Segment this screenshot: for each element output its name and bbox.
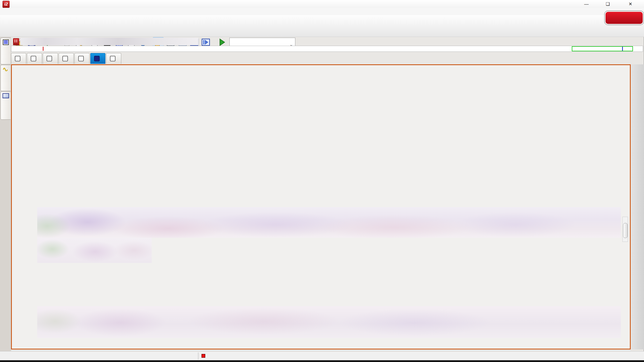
log-file-icon bbox=[13, 38, 19, 45]
window-bottom-edge bbox=[0, 360, 644, 362]
application-window: i2 — ❏ ✕ bbox=[0, 0, 644, 362]
next-lap-icon bbox=[202, 38, 210, 47]
tab-number-badge bbox=[62, 56, 68, 61]
status-bar bbox=[0, 351, 644, 360]
tab-fuel-ign[interactable] bbox=[27, 53, 42, 64]
menu-bar bbox=[0, 8, 644, 15]
tab-spare1[interactable] bbox=[90, 53, 105, 64]
scrollbar-thumb[interactable] bbox=[623, 223, 628, 238]
data-table-icon bbox=[3, 39, 9, 45]
tab-number-badge bbox=[47, 56, 52, 61]
channel-wave-icon bbox=[3, 67, 9, 71]
title-bar: i2 — ❏ ✕ bbox=[0, 0, 644, 8]
motec-logo bbox=[605, 11, 643, 25]
play-icon bbox=[218, 38, 226, 47]
blurred-channel-legend bbox=[37, 238, 152, 263]
tab-general[interactable] bbox=[11, 53, 26, 64]
tab-number-badge bbox=[94, 56, 100, 61]
tab-rpm-histogram[interactable] bbox=[59, 53, 74, 64]
timeline-bar[interactable] bbox=[11, 46, 643, 52]
view-range-indicator[interactable] bbox=[572, 46, 633, 51]
blurred-bottom-group bbox=[37, 306, 621, 338]
dock-tab-layout[interactable] bbox=[1, 92, 11, 120]
tab-spare2[interactable] bbox=[106, 53, 121, 64]
left-dock-strip bbox=[0, 37, 11, 360]
minimize-button[interactable]: — bbox=[579, 0, 594, 8]
vertical-scrollbar[interactable] bbox=[622, 217, 628, 242]
cursor-color-swatch bbox=[202, 354, 205, 358]
lap-marker bbox=[43, 47, 44, 51]
tab-drive-by-wire[interactable] bbox=[74, 53, 90, 64]
tab-number-badge bbox=[78, 56, 84, 61]
close-button[interactable]: ✕ bbox=[623, 0, 638, 8]
dock-tab-data[interactable] bbox=[1, 38, 11, 64]
tab-number-badge bbox=[31, 56, 36, 61]
dock-tab-channel[interactable] bbox=[1, 65, 11, 91]
main-toolbar: ⌄ bbox=[0, 15, 644, 37]
tab-mixture-map[interactable] bbox=[43, 53, 58, 64]
blurred-worksheet-title bbox=[20, 38, 198, 45]
zoom-tool-strip bbox=[631, 64, 644, 349]
tab-number-badge bbox=[15, 56, 20, 61]
range-cursor-line bbox=[622, 47, 623, 51]
restore-button[interactable]: ❏ bbox=[600, 0, 615, 8]
layout-window-icon bbox=[3, 93, 9, 98]
status-divider bbox=[198, 352, 198, 359]
worksheet-tab-row bbox=[11, 52, 121, 64]
blurred-channel-group bbox=[37, 207, 621, 238]
tab-number-badge bbox=[110, 56, 115, 61]
i2-app-icon: i2 bbox=[3, 1, 10, 8]
